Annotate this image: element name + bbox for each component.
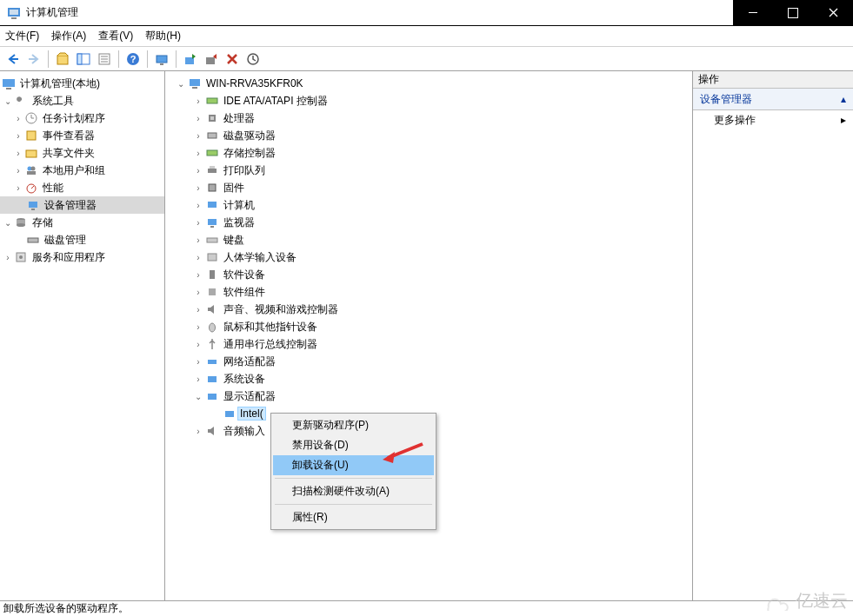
device-category-system[interactable]: ›系统设备: [165, 370, 692, 387]
monitor-icon: [205, 215, 219, 229]
tree-performance[interactable]: › 性能: [0, 179, 164, 196]
system-device-icon: [205, 372, 219, 386]
storage-icon: [14, 215, 28, 229]
device-category-keyboards[interactable]: ›键盘: [165, 231, 692, 248]
device-category-sound[interactable]: ›声音、视频和游戏控制器: [165, 301, 692, 318]
menu-file[interactable]: 文件(F): [5, 29, 39, 43]
chevron-right-icon[interactable]: ›: [191, 374, 205, 384]
device-root[interactable]: ⌄ WIN-RRVA35KFR0K: [165, 75, 692, 92]
chevron-right-icon[interactable]: ›: [191, 218, 205, 228]
chevron-right-icon[interactable]: ›: [191, 166, 205, 176]
device-category-display-adapters[interactable]: ⌄显示适配器: [165, 387, 692, 405]
properties-button[interactable]: [95, 50, 114, 69]
chevron-right-icon[interactable]: ›: [191, 201, 205, 210]
chevron-right-icon[interactable]: ›: [191, 427, 205, 436]
minimize-button[interactable]: [733, 0, 773, 25]
chevron-right-icon: ▸: [841, 114, 846, 126]
device-category-storage-controllers[interactable]: ›存储控制器: [165, 144, 692, 162]
users-icon: [24, 163, 38, 177]
menu-view[interactable]: 查看(V): [98, 29, 133, 43]
event-icon: [24, 129, 38, 142]
tree-disk-management[interactable]: 磁盘管理: [0, 231, 164, 248]
device-category-usb[interactable]: ›通用串行总线控制器: [165, 335, 692, 353]
ctx-properties[interactable]: 属性(R): [273, 507, 434, 527]
device-category-monitors[interactable]: ›监视器: [165, 214, 692, 231]
console-tree[interactable]: 计算机管理(本地) ⌄ 系统工具 › 任务计划程序 › 事件查看器 › 共享文件…: [0, 71, 165, 600]
device-category-network[interactable]: ›网络适配器: [165, 353, 692, 370]
device-category-print-queues[interactable]: ›打印队列: [165, 162, 692, 179]
up-button[interactable]: [53, 50, 72, 69]
ctx-separator: [275, 478, 432, 479]
tree-device-manager[interactable]: 设备管理器: [0, 196, 164, 214]
uninstall-device-button[interactable]: [223, 50, 242, 69]
ctx-update-driver[interactable]: 更新驱动程序(P): [273, 415, 434, 435]
svg-rect-31: [28, 238, 38, 242]
chevron-right-icon[interactable]: ›: [191, 253, 205, 262]
chevron-right-icon[interactable]: ›: [12, 166, 24, 176]
chevron-right-icon[interactable]: ›: [191, 149, 205, 158]
device-category-firmware[interactable]: ›固件: [165, 179, 692, 196]
collapse-icon[interactable]: ▴: [841, 93, 846, 105]
chevron-right-icon[interactable]: ›: [191, 357, 205, 367]
chevron-right-icon[interactable]: ›: [191, 183, 205, 193]
tree-task-scheduler[interactable]: › 任务计划程序: [0, 109, 164, 127]
device-category-disk-drives[interactable]: ›磁盘驱动器: [165, 127, 692, 144]
ctx-scan-hardware[interactable]: 扫描检测硬件改动(A): [273, 481, 434, 501]
show-hide-tree-button[interactable]: [74, 50, 93, 69]
device-category-software-devices[interactable]: ›软件设备: [165, 266, 692, 283]
menu-action[interactable]: 操作(A): [51, 29, 86, 43]
back-button[interactable]: [3, 50, 23, 69]
maximize-button[interactable]: [773, 0, 813, 25]
close-button[interactable]: [813, 0, 853, 25]
actions-section[interactable]: 设备管理器 ▴: [693, 89, 853, 110]
svg-rect-48: [208, 254, 217, 261]
chevron-down-icon[interactable]: ⌄: [2, 218, 14, 228]
help-button[interactable]: ?: [123, 50, 143, 69]
chevron-right-icon[interactable]: ›: [12, 149, 24, 158]
svg-rect-2: [11, 17, 17, 19]
device-category-hid[interactable]: ›人体学输入设备: [165, 248, 692, 266]
tree-storage[interactable]: ⌄ 存储: [0, 214, 164, 231]
chevron-right-icon[interactable]: ›: [12, 131, 24, 141]
tree-root-computer-management[interactable]: 计算机管理(本地): [0, 75, 164, 92]
tree-event-viewer[interactable]: › 事件查看器: [0, 127, 164, 144]
actions-pane: 操作 设备管理器 ▴ 更多操作 ▸: [693, 71, 853, 600]
device-category-processors[interactable]: ›处理器: [165, 109, 692, 127]
chevron-right-icon[interactable]: ›: [191, 131, 205, 141]
device-category-computer[interactable]: ›计算机: [165, 196, 692, 214]
device-manager-icon: [26, 198, 40, 212]
chevron-down-icon[interactable]: ⌄: [174, 79, 188, 89]
device-category-software-components[interactable]: ›软件组件: [165, 283, 692, 301]
chevron-right-icon[interactable]: ›: [191, 305, 205, 315]
device-category-ide[interactable]: ›IDE ATA/ATAPI 控制器: [165, 92, 692, 109]
scan-hardware-button[interactable]: [152, 50, 171, 69]
component-icon: [205, 285, 219, 299]
update-driver-button[interactable]: [243, 50, 263, 69]
menu-help[interactable]: 帮助(H): [145, 29, 181, 43]
chevron-right-icon[interactable]: ›: [191, 270, 205, 280]
device-category-mice[interactable]: ›鼠标和其他指针设备: [165, 318, 692, 335]
chevron-right-icon[interactable]: ›: [191, 288, 205, 297]
svg-rect-15: [206, 57, 215, 64]
chevron-right-icon[interactable]: ›: [191, 322, 205, 332]
chevron-down-icon[interactable]: ⌄: [2, 96, 14, 106]
more-actions[interactable]: 更多操作 ▸: [693, 110, 853, 129]
tree-services-apps[interactable]: › 服务和应用程序: [0, 248, 164, 266]
chevron-right-icon[interactable]: ›: [2, 253, 14, 262]
tree-shared-folders[interactable]: › 共享文件夹: [0, 144, 164, 162]
disable-device-button[interactable]: [202, 50, 221, 69]
chevron-right-icon[interactable]: ›: [191, 340, 205, 349]
chevron-down-icon[interactable]: ⌄: [191, 392, 205, 401]
chevron-right-icon[interactable]: ›: [12, 114, 24, 123]
chevron-right-icon[interactable]: ›: [191, 96, 205, 106]
tree-local-users[interactable]: › 本地用户和组: [0, 162, 164, 179]
chevron-right-icon[interactable]: ›: [191, 114, 205, 123]
forward-button[interactable]: [24, 50, 43, 69]
storage-ctrl-icon: [205, 146, 219, 160]
chevron-right-icon[interactable]: ›: [12, 183, 24, 193]
ctx-disable-device[interactable]: 禁用设备(D): [273, 435, 434, 455]
ctx-uninstall-device[interactable]: 卸载设备(U): [273, 455, 434, 475]
enable-device-button[interactable]: [181, 50, 200, 69]
tree-system-tools[interactable]: ⌄ 系统工具: [0, 92, 164, 109]
chevron-right-icon[interactable]: ›: [191, 235, 205, 245]
